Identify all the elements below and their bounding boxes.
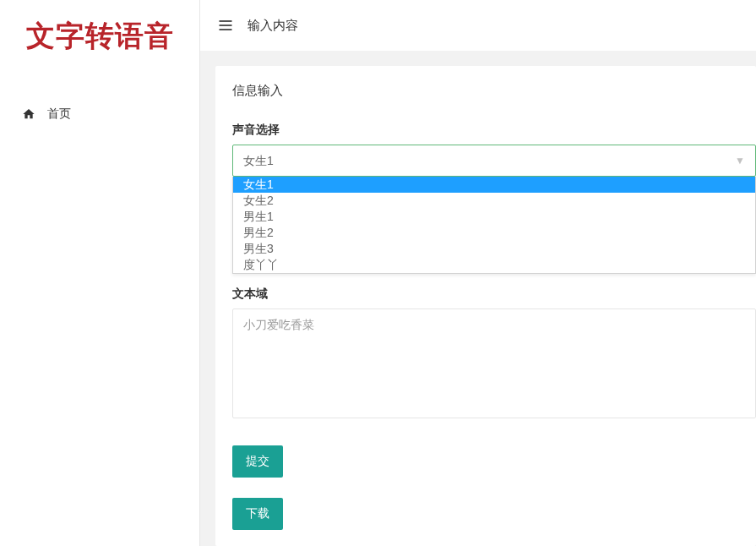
voice-select[interactable]: 女生1 ▼ 女生1 女生2 男生1 男生2 男生3 度丫丫 xyxy=(232,145,756,177)
page-title: 输入内容 xyxy=(247,18,298,34)
text-input[interactable] xyxy=(232,308,756,418)
home-icon xyxy=(22,107,35,121)
form-card: 信息输入 声音选择 女生1 ▼ 女生1 女生2 男生1 男生2 男生3 度丫丫 xyxy=(215,66,756,546)
download-row: 下载 xyxy=(232,489,756,530)
sidebar-item-label: 首页 xyxy=(47,106,71,122)
voice-option[interactable]: 女生2 xyxy=(233,193,755,209)
app-logo: 文字转语音 xyxy=(26,19,174,52)
topbar: 输入内容 xyxy=(200,0,756,51)
download-button[interactable]: 下载 xyxy=(232,498,283,530)
voice-select-value: 女生1 xyxy=(243,145,274,177)
menu-toggle-button[interactable] xyxy=(217,17,234,34)
submit-row: 提交 xyxy=(232,437,756,478)
voice-select-display[interactable]: 女生1 ▼ xyxy=(232,145,756,177)
voice-option[interactable]: 男生3 xyxy=(233,241,755,257)
voice-select-group: 声音选择 女生1 ▼ 女生1 女生2 男生1 男生2 男生3 度丫丫 xyxy=(232,123,756,177)
submit-button[interactable]: 提交 xyxy=(232,445,283,478)
voice-option[interactable]: 男生2 xyxy=(233,225,755,241)
textarea-group: 文本域 xyxy=(232,287,756,422)
voice-select-dropdown: 女生1 女生2 男生1 男生2 男生3 度丫丫 xyxy=(232,177,756,274)
voice-option[interactable]: 度丫丫 xyxy=(233,257,755,273)
card-title: 信息输入 xyxy=(232,83,756,99)
voice-option[interactable]: 男生1 xyxy=(233,209,755,225)
textarea-label: 文本域 xyxy=(232,287,756,302)
logo-area: 文字转语音 xyxy=(0,0,199,73)
chevron-down-icon: ▼ xyxy=(735,145,745,177)
main-area: 输入内容 信息输入 声音选择 女生1 ▼ 女生1 女生2 男生1 男生2 男生3 xyxy=(200,0,756,546)
sidebar-item-home[interactable]: 首页 xyxy=(0,98,199,130)
voice-option[interactable]: 女生1 xyxy=(233,177,755,193)
nav: 首页 xyxy=(0,73,199,156)
sidebar: 文字转语音 首页 xyxy=(0,0,200,546)
content-area: 信息输入 声音选择 女生1 ▼ 女生1 女生2 男生1 男生2 男生3 度丫丫 xyxy=(200,51,756,546)
voice-select-label: 声音选择 xyxy=(232,123,756,138)
